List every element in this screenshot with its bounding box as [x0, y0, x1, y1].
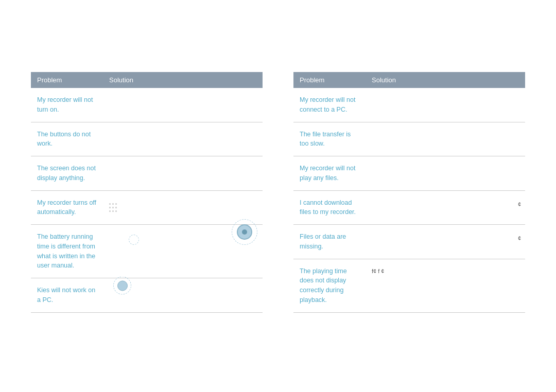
- right-problem-header: Problem: [293, 72, 366, 88]
- table-row: The screen does not display anything.: [31, 156, 263, 191]
- problem-cell: Files or data are missing.: [293, 232, 366, 252]
- table-row: The file transfer is too slow.: [293, 122, 525, 157]
- circle-inner: [237, 224, 252, 240]
- problem-cell: Kies will not work on a PC.: [31, 286, 103, 305]
- kies-circle-outer: [113, 277, 131, 295]
- dot: [112, 210, 114, 212]
- circle-outer: [232, 219, 257, 245]
- problem-cell: The buttons do not work.: [31, 130, 103, 149]
- table-row: I cannot download files to my recorder. …: [293, 191, 525, 225]
- dot: [109, 207, 111, 208]
- table-row: The battery running time is different fr…: [31, 225, 263, 278]
- table-row: The buttons do not work.: [31, 122, 263, 157]
- special-char: ¢: [518, 200, 521, 209]
- problem-cell: The battery running time is different fr…: [31, 232, 103, 271]
- dot: [112, 207, 114, 208]
- problem-cell: My recorder turns off automatically.: [31, 198, 103, 218]
- table-row: Kies will not work on a PC.: [31, 278, 263, 313]
- table-row: My recorder will not play any files.: [293, 156, 525, 191]
- problem-cell: The playing time does not display correc…: [293, 266, 366, 305]
- problem-cell: I cannot download files to my recorder.: [293, 198, 366, 218]
- kies-circle-inner: [117, 280, 128, 291]
- circle-decoration: [232, 219, 257, 245]
- problem-cell: My recorder will not connect to a PC.: [293, 95, 366, 115]
- dot: [109, 210, 111, 212]
- kies-circle-decoration: [113, 277, 131, 295]
- dots-decoration: [109, 203, 117, 213]
- table-row: The playing time does not display correc…: [293, 259, 525, 313]
- dot: [115, 207, 117, 208]
- dot-row: [109, 207, 117, 208]
- table-row: My recorder turns off automatically.: [31, 191, 263, 225]
- solution-cell: f¢ f ¢: [366, 266, 525, 276]
- solution-cell: [103, 198, 263, 213]
- left-table-header: Problem Solution: [31, 72, 263, 88]
- problem-cell: The file transfer is too slow.: [293, 130, 366, 149]
- dot-row: [109, 210, 117, 212]
- right-solution-header: Solution: [366, 72, 525, 88]
- circle-center: [242, 229, 247, 235]
- dot-row: [109, 203, 117, 205]
- dot: [112, 203, 114, 205]
- right-table-section: Problem Solution My recorder will not co…: [293, 72, 525, 313]
- char-sequence: f¢ f ¢: [372, 268, 384, 274]
- table-row: My recorder will not connect to a PC.: [293, 88, 525, 122]
- page-content: Problem Solution My recorder will not tu…: [31, 72, 525, 313]
- special-char: ¢: [518, 234, 521, 243]
- problem-cell: My recorder will not turn on.: [31, 95, 103, 115]
- dot: [115, 203, 117, 205]
- right-table-header: Problem Solution: [293, 72, 525, 88]
- dot: [109, 203, 111, 205]
- left-solution-header: Solution: [103, 72, 263, 88]
- problem-cell: My recorder will not play any files.: [293, 164, 366, 183]
- left-table-section: Problem Solution My recorder will not tu…: [31, 72, 263, 313]
- small-circle-decoration: [129, 235, 139, 245]
- table-row: My recorder will not turn on.: [31, 88, 263, 122]
- table-row: Files or data are missing. ¢: [293, 225, 525, 259]
- problem-cell: The screen does not display anything.: [31, 164, 103, 183]
- deco-small-circle: [129, 235, 139, 245]
- left-problem-header: Problem: [31, 72, 103, 88]
- dot: [115, 210, 117, 212]
